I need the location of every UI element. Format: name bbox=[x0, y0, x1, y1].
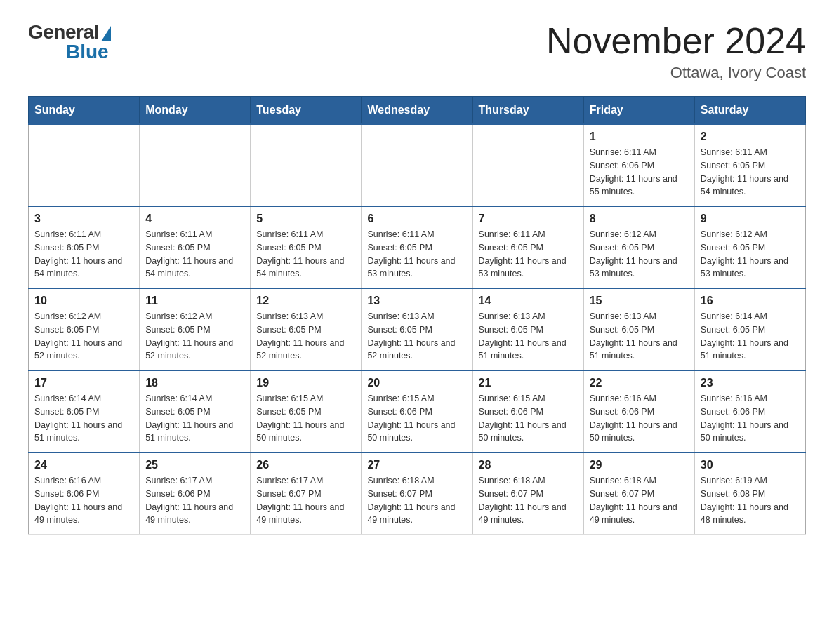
week-row-2: 3Sunrise: 6:11 AMSunset: 6:05 PMDaylight… bbox=[29, 206, 806, 288]
day-info: Sunrise: 6:13 AMSunset: 6:05 PMDaylight:… bbox=[590, 310, 689, 363]
day-info: Sunrise: 6:11 AMSunset: 6:06 PMDaylight:… bbox=[590, 146, 689, 199]
calendar-cell: 1Sunrise: 6:11 AMSunset: 6:06 PMDaylight… bbox=[583, 124, 694, 206]
day-info: Sunrise: 6:18 AMSunset: 6:07 PMDaylight:… bbox=[367, 474, 466, 527]
calendar-body: 1Sunrise: 6:11 AMSunset: 6:06 PMDaylight… bbox=[29, 124, 806, 535]
day-info: Sunrise: 6:13 AMSunset: 6:05 PMDaylight:… bbox=[256, 310, 355, 363]
calendar-cell bbox=[362, 124, 472, 206]
day-number: 29 bbox=[590, 459, 689, 471]
title-block: November 2024 Ottawa, Ivory Coast bbox=[546, 21, 806, 82]
week-row-5: 24Sunrise: 6:16 AMSunset: 6:06 PMDayligh… bbox=[29, 452, 806, 535]
day-number: 23 bbox=[701, 377, 800, 389]
day-number: 20 bbox=[367, 377, 466, 389]
calendar-cell: 15Sunrise: 6:13 AMSunset: 6:05 PMDayligh… bbox=[583, 288, 694, 370]
calendar-cell: 2Sunrise: 6:11 AMSunset: 6:05 PMDaylight… bbox=[694, 124, 805, 206]
day-info: Sunrise: 6:11 AMSunset: 6:05 PMDaylight:… bbox=[479, 228, 578, 281]
day-number: 25 bbox=[145, 459, 244, 471]
day-info: Sunrise: 6:17 AMSunset: 6:06 PMDaylight:… bbox=[145, 474, 244, 527]
week-row-3: 10Sunrise: 6:12 AMSunset: 6:05 PMDayligh… bbox=[29, 288, 806, 370]
calendar-cell: 6Sunrise: 6:11 AMSunset: 6:05 PMDaylight… bbox=[362, 206, 472, 288]
logo: General Blue bbox=[28, 21, 111, 63]
day-number: 19 bbox=[256, 377, 355, 389]
day-number: 13 bbox=[367, 295, 466, 307]
day-info: Sunrise: 6:18 AMSunset: 6:07 PMDaylight:… bbox=[590, 474, 689, 527]
day-info: Sunrise: 6:16 AMSunset: 6:06 PMDaylight:… bbox=[590, 392, 689, 445]
day-number: 4 bbox=[145, 213, 244, 225]
day-of-week-monday: Monday bbox=[140, 97, 251, 125]
day-info: Sunrise: 6:11 AMSunset: 6:05 PMDaylight:… bbox=[34, 228, 133, 281]
day-info: Sunrise: 6:16 AMSunset: 6:06 PMDaylight:… bbox=[34, 474, 133, 527]
day-of-week-tuesday: Tuesday bbox=[251, 97, 362, 125]
day-number: 11 bbox=[145, 295, 244, 307]
calendar-cell: 7Sunrise: 6:11 AMSunset: 6:05 PMDaylight… bbox=[472, 206, 583, 288]
month-title: November 2024 bbox=[546, 21, 806, 61]
calendar-cell: 28Sunrise: 6:18 AMSunset: 6:07 PMDayligh… bbox=[472, 452, 583, 535]
day-info: Sunrise: 6:11 AMSunset: 6:05 PMDaylight:… bbox=[701, 146, 800, 199]
day-number: 16 bbox=[701, 295, 800, 307]
day-number: 6 bbox=[367, 213, 466, 225]
day-of-week-wednesday: Wednesday bbox=[362, 97, 472, 125]
calendar-cell bbox=[251, 124, 362, 206]
day-number: 14 bbox=[479, 295, 578, 307]
calendar-cell: 12Sunrise: 6:13 AMSunset: 6:05 PMDayligh… bbox=[251, 288, 362, 370]
day-number: 10 bbox=[34, 295, 133, 307]
day-number: 22 bbox=[590, 377, 689, 389]
week-row-1: 1Sunrise: 6:11 AMSunset: 6:06 PMDaylight… bbox=[29, 124, 806, 206]
calendar-cell: 17Sunrise: 6:14 AMSunset: 6:05 PMDayligh… bbox=[29, 370, 140, 452]
day-info: Sunrise: 6:11 AMSunset: 6:05 PMDaylight:… bbox=[256, 228, 355, 281]
calendar-cell: 26Sunrise: 6:17 AMSunset: 6:07 PMDayligh… bbox=[251, 452, 362, 535]
calendar-table: SundayMondayTuesdayWednesdayThursdayFrid… bbox=[28, 96, 806, 535]
day-number: 12 bbox=[256, 295, 355, 307]
location: Ottawa, Ivory Coast bbox=[546, 64, 806, 82]
day-number: 8 bbox=[590, 213, 689, 225]
day-info: Sunrise: 6:15 AMSunset: 6:06 PMDaylight:… bbox=[367, 392, 466, 445]
day-info: Sunrise: 6:17 AMSunset: 6:07 PMDaylight:… bbox=[256, 474, 355, 527]
day-info: Sunrise: 6:13 AMSunset: 6:05 PMDaylight:… bbox=[367, 310, 466, 363]
calendar-cell: 20Sunrise: 6:15 AMSunset: 6:06 PMDayligh… bbox=[362, 370, 472, 452]
calendar-cell: 4Sunrise: 6:11 AMSunset: 6:05 PMDaylight… bbox=[140, 206, 251, 288]
day-number: 7 bbox=[479, 213, 578, 225]
day-number: 17 bbox=[34, 377, 133, 389]
day-info: Sunrise: 6:13 AMSunset: 6:05 PMDaylight:… bbox=[479, 310, 578, 363]
day-number: 18 bbox=[145, 377, 244, 389]
day-info: Sunrise: 6:12 AMSunset: 6:05 PMDaylight:… bbox=[590, 228, 689, 281]
day-number: 21 bbox=[479, 377, 578, 389]
day-info: Sunrise: 6:14 AMSunset: 6:05 PMDaylight:… bbox=[701, 310, 800, 363]
week-row-4: 17Sunrise: 6:14 AMSunset: 6:05 PMDayligh… bbox=[29, 370, 806, 452]
calendar-cell: 23Sunrise: 6:16 AMSunset: 6:06 PMDayligh… bbox=[694, 370, 805, 452]
day-number: 26 bbox=[256, 459, 355, 471]
calendar-cell: 8Sunrise: 6:12 AMSunset: 6:05 PMDaylight… bbox=[583, 206, 694, 288]
day-number: 5 bbox=[256, 213, 355, 225]
calendar-cell: 11Sunrise: 6:12 AMSunset: 6:05 PMDayligh… bbox=[140, 288, 251, 370]
day-number: 28 bbox=[479, 459, 578, 471]
day-info: Sunrise: 6:11 AMSunset: 6:05 PMDaylight:… bbox=[145, 228, 244, 281]
day-of-week-friday: Friday bbox=[583, 97, 694, 125]
calendar-cell: 18Sunrise: 6:14 AMSunset: 6:05 PMDayligh… bbox=[140, 370, 251, 452]
day-info: Sunrise: 6:18 AMSunset: 6:07 PMDaylight:… bbox=[479, 474, 578, 527]
calendar-cell: 29Sunrise: 6:18 AMSunset: 6:07 PMDayligh… bbox=[583, 452, 694, 535]
day-of-week-sunday: Sunday bbox=[29, 97, 140, 125]
day-number: 24 bbox=[34, 459, 133, 471]
calendar-cell: 30Sunrise: 6:19 AMSunset: 6:08 PMDayligh… bbox=[694, 452, 805, 535]
calendar-cell: 25Sunrise: 6:17 AMSunset: 6:06 PMDayligh… bbox=[140, 452, 251, 535]
day-number: 1 bbox=[590, 130, 689, 143]
day-of-week-thursday: Thursday bbox=[472, 97, 583, 125]
calendar-cell bbox=[472, 124, 583, 206]
calendar-cell: 5Sunrise: 6:11 AMSunset: 6:05 PMDaylight… bbox=[251, 206, 362, 288]
day-info: Sunrise: 6:12 AMSunset: 6:05 PMDaylight:… bbox=[145, 310, 244, 363]
day-info: Sunrise: 6:15 AMSunset: 6:05 PMDaylight:… bbox=[256, 392, 355, 445]
calendar-cell: 16Sunrise: 6:14 AMSunset: 6:05 PMDayligh… bbox=[694, 288, 805, 370]
day-number: 2 bbox=[701, 130, 800, 143]
calendar-cell: 3Sunrise: 6:11 AMSunset: 6:05 PMDaylight… bbox=[29, 206, 140, 288]
calendar-cell bbox=[29, 124, 140, 206]
calendar-cell: 14Sunrise: 6:13 AMSunset: 6:05 PMDayligh… bbox=[472, 288, 583, 370]
logo-triangle-icon bbox=[101, 26, 111, 41]
page-header: General Blue November 2024 Ottawa, Ivory… bbox=[28, 21, 806, 82]
calendar-cell: 21Sunrise: 6:15 AMSunset: 6:06 PMDayligh… bbox=[472, 370, 583, 452]
day-number: 3 bbox=[34, 213, 133, 225]
day-number: 30 bbox=[701, 459, 800, 471]
day-info: Sunrise: 6:16 AMSunset: 6:06 PMDaylight:… bbox=[701, 392, 800, 445]
calendar-cell: 27Sunrise: 6:18 AMSunset: 6:07 PMDayligh… bbox=[362, 452, 472, 535]
calendar-cell: 24Sunrise: 6:16 AMSunset: 6:06 PMDayligh… bbox=[29, 452, 140, 535]
calendar-cell: 13Sunrise: 6:13 AMSunset: 6:05 PMDayligh… bbox=[362, 288, 472, 370]
calendar-cell: 22Sunrise: 6:16 AMSunset: 6:06 PMDayligh… bbox=[583, 370, 694, 452]
